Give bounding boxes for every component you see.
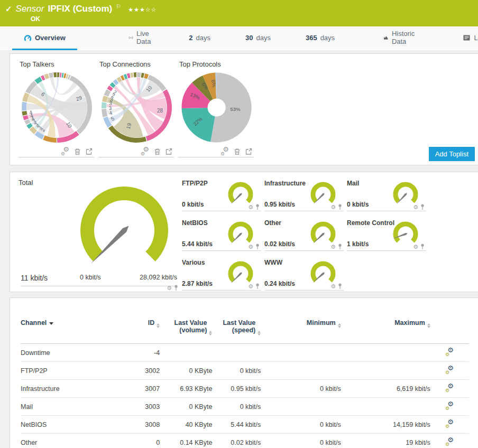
channel-settings-icon[interactable]: ⚙⚙ <box>446 385 454 391</box>
gauge-channel-value: 5.44 kbit/s <box>182 240 213 248</box>
gauge-settings-icon[interactable]: ⚙ <box>413 204 418 210</box>
gauge-channel-value: 2.87 kbit/s <box>182 280 213 287</box>
chart-icon <box>383 34 389 42</box>
toplist-settings-icon[interactable]: ⚙⚙ <box>141 148 149 155</box>
last-value-speed: 0 kbit/s <box>212 398 261 416</box>
flag-icon[interactable]: ⚐ <box>116 3 121 10</box>
table-row-infrastructure: Infrastructure30076.93 KByte0.95 kbit/s0… <box>21 380 469 398</box>
row-actions: ⚙⚙ <box>430 434 469 448</box>
sort-arrows-icon <box>209 331 212 335</box>
channel-settings-icon[interactable]: ⚙⚙ <box>446 438 454 445</box>
column-header-maximum[interactable]: Maximum <box>341 317 430 344</box>
gauge-pin-icon[interactable] <box>337 283 343 290</box>
toplist-top-protocols: Top Protocols53%22%13%6%6%⚙⚙ <box>178 59 254 157</box>
channel-settings-icon[interactable]: ⚙⚙ <box>446 367 454 374</box>
last-value-volume: 0.14 KByte <box>160 434 212 448</box>
gauge-channel-value: 0 kbit/s <box>182 201 204 208</box>
tab-2-days[interactable]: 2days <box>182 26 217 50</box>
gauge-netbios: NetBIOS5.44 kbit/s⚙ <box>182 218 261 251</box>
toplist-open-icon[interactable] <box>166 148 172 155</box>
maximum <box>341 398 430 416</box>
gauge-pin-icon[interactable] <box>337 244 343 250</box>
channel-id: 0 <box>127 434 160 448</box>
gauge-channel-value: 0.02 kbit/s <box>264 240 295 248</box>
tab-365-days[interactable]: 365days <box>299 26 341 50</box>
tab-bar: OverviewLive Data2days30days365daysHisto… <box>0 26 478 50</box>
gauge-settings-icon[interactable]: ⚙ <box>167 285 172 291</box>
gauge-settings-icon[interactable]: ⚙ <box>330 244 336 250</box>
gauge-pin-icon[interactable] <box>420 244 425 250</box>
last-value-volume <box>160 344 212 362</box>
gauge-settings-icon[interactable]: ⚙ <box>248 244 253 250</box>
tab-historic-data[interactable]: Historic Data <box>377 26 424 50</box>
minimum: 0 kbit/s <box>261 380 341 398</box>
tab-live-data[interactable]: Live Data <box>122 26 160 50</box>
gauge-channel-value: 1 kbit/s <box>347 240 369 248</box>
gauge-pin-icon[interactable] <box>255 283 260 290</box>
channel-id: 3008 <box>127 416 160 434</box>
sort-desc-icon <box>49 322 53 325</box>
gauges-panel: Total 0 kbit/s 28,092 kbit/s 11 kbit/s ⚙… <box>10 172 478 292</box>
toplist-delete-icon[interactable] <box>74 148 81 155</box>
maximum <box>341 344 430 362</box>
toplist-settings-icon[interactable]: ⚙⚙ <box>61 148 69 155</box>
column-header-last-value-speed[interactable]: Last Value (speed) <box>212 317 261 344</box>
toplist-open-icon[interactable] <box>245 148 252 155</box>
last-value-speed: 0.02 kbit/s <box>212 434 261 448</box>
channel-id: 3003 <box>127 398 160 416</box>
gauge-settings-icon[interactable]: ⚙ <box>413 244 418 250</box>
toplist-title: Top Connections <box>99 60 174 68</box>
toplist-open-icon[interactable] <box>86 148 93 155</box>
channel-settings-icon[interactable]: ⚙⚙ <box>446 421 454 427</box>
sensor-status-text: OK <box>31 15 478 23</box>
maximum: 6,619 kbit/s <box>341 380 430 398</box>
row-actions: ⚙⚙ <box>430 416 469 434</box>
top-connections-chart[interactable]: 1028195433322 <box>98 69 174 148</box>
last-value-volume: 40 KByte <box>160 416 212 434</box>
channel-settings-icon[interactable]: ⚙⚙ <box>446 349 454 356</box>
gauge-settings-icon[interactable]: ⚙ <box>248 204 253 210</box>
toplist-delete-icon[interactable] <box>154 148 161 155</box>
last-value-speed: 0 kbit/s <box>212 362 261 380</box>
column-header-last-value-volume[interactable]: Last Value (volume) <box>160 317 212 344</box>
channel-settings-icon[interactable]: ⚙⚙ <box>446 403 454 409</box>
gauge-pin-icon[interactable] <box>255 204 260 210</box>
gauge-pin-icon[interactable] <box>337 204 343 210</box>
log-icon <box>463 34 471 42</box>
last-value-speed <box>212 344 261 362</box>
minimum: 0 kbit/s <box>261 434 341 448</box>
channel-table: ChannelIDLast Value (volume)Last Value (… <box>21 317 469 448</box>
live-icon <box>128 34 133 42</box>
column-header-actions <box>430 317 469 344</box>
last-value-speed: 5.44 kbit/s <box>212 416 261 434</box>
sort-arrows-icon <box>338 323 341 328</box>
priority-stars[interactable]: ★★★☆☆ <box>128 6 157 13</box>
gauge-settings-icon[interactable]: ⚙ <box>330 284 336 290</box>
gauge-other: Other0.02 kbit/s⚙ <box>264 218 344 251</box>
toplist-delete-icon[interactable] <box>234 148 241 155</box>
gauge-pin-icon[interactable] <box>420 204 425 210</box>
column-header-channel[interactable]: Channel <box>21 317 127 344</box>
sort-arrows-icon <box>157 323 160 328</box>
column-header-minimum[interactable]: Minimum <box>261 317 341 344</box>
channel-name: Mail <box>21 398 127 416</box>
top-talkers-chart[interactable]: 291062333444 <box>19 69 94 148</box>
add-toplist-button[interactable]: Add Toplist <box>429 147 475 161</box>
total-gauge-chart <box>78 186 173 273</box>
tab-log[interactable]: Log <box>456 26 478 50</box>
column-header-id[interactable]: ID <box>127 317 160 344</box>
gauge-remote-control: Remote Control1 kbit/s⚙ <box>347 218 426 251</box>
channel-id: 3002 <box>127 362 160 380</box>
gauge-settings-icon[interactable]: ⚙ <box>248 284 253 290</box>
minimum: 0 kbit/s <box>261 416 341 434</box>
gauge-pin-icon[interactable] <box>173 285 179 291</box>
maximum: 14,159 kbit/s <box>341 416 430 434</box>
toplist-settings-icon[interactable]: ⚙⚙ <box>221 148 229 155</box>
row-actions: ⚙⚙ <box>430 398 469 416</box>
tab-overview[interactable]: Overview <box>12 26 77 50</box>
top-protocols-chart[interactable]: 53%22%13%6%6% <box>178 69 254 148</box>
gauge-settings-icon[interactable]: ⚙ <box>330 204 336 210</box>
gauge-pin-icon[interactable] <box>255 244 260 250</box>
gauge-www: WWW0.24 kbit/s⚙ <box>264 258 344 291</box>
tab-30-days[interactable]: 30days <box>239 26 277 50</box>
